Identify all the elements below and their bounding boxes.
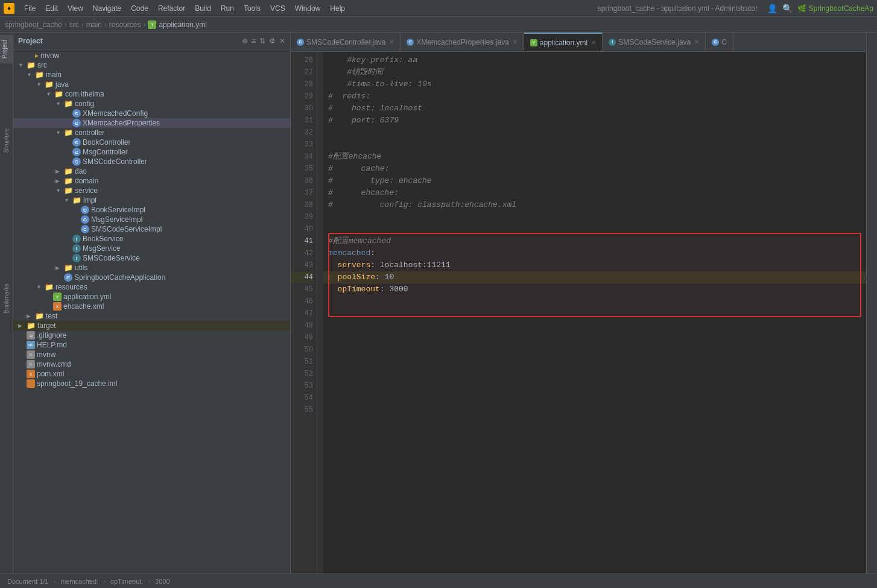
code-line-26: #key-prefix: aa <box>323 54 866 66</box>
java-icon-bookserviceimpl: C <box>81 206 89 214</box>
menubar-item-window[interactable]: Window <box>290 3 326 14</box>
tree-row-mvnwcmd[interactable]: ▷ mvnw.cmd <box>13 359 290 369</box>
tree-label-utils: utils <box>75 264 87 272</box>
tree-row-smscodeserviceimpl[interactable]: C SMSCodeServiceImpl <box>13 224 290 234</box>
tree-row-bookserviceimpl[interactable]: C BookServiceImpl <box>13 205 290 215</box>
menubar-item-code[interactable]: Code <box>126 3 153 14</box>
tree-label-springbootcacheapp: SpringbootCacheApplication <box>74 273 165 282</box>
search-icon[interactable]: 🔍 <box>782 4 793 13</box>
tab-close-appyml[interactable]: ✕ <box>591 39 596 46</box>
tree-row-dao[interactable]: ▶ 📁 dao <box>13 166 290 176</box>
tab-close-xmemcached[interactable]: ✕ <box>513 39 518 45</box>
menubar-item-help[interactable]: Help <box>325 3 350 14</box>
tree-row-pomxml[interactable]: X pom.xml <box>13 369 290 379</box>
tree-row-helpmd[interactable]: MD HELP.md <box>13 340 290 350</box>
tree-row-smscodeservice[interactable]: I SMSCodeService <box>13 253 290 263</box>
tab-applicationyml[interactable]: Y application.yml ✕ <box>524 33 603 51</box>
tree-row-domain[interactable]: ▶ 📁 domain <box>13 176 290 186</box>
menubar-item-tools[interactable]: Tools <box>239 3 265 14</box>
tree-row-xmemcachedproperties[interactable]: C XMemcachedProperties <box>13 118 290 128</box>
tree-row-service[interactable]: ▼ 📁 service <box>13 186 290 195</box>
tree-row-config[interactable]: ▼ 📁 config <box>13 99 290 109</box>
tree-label-comitheima: com.itheima <box>65 90 104 98</box>
tree-row-msgserviceimpl[interactable]: C MsgServiceImpl <box>13 215 290 224</box>
iface-icon-smscodeservice: I <box>72 254 81 262</box>
tree-row-bookservice[interactable]: I BookService <box>13 234 290 244</box>
tree-label-bookservice: BookService <box>83 235 123 243</box>
menubar-item-refactor[interactable]: Refactor <box>153 3 190 14</box>
java-icon-tab-extra: C <box>712 39 719 46</box>
line-numbers: 2627282930 3132333435 3637383940 4142434… <box>291 52 317 574</box>
tree-row-test[interactable]: ▶ 📁 test <box>13 311 290 321</box>
close-panel-icon[interactable]: ✕ <box>279 37 285 45</box>
tree-row-utils[interactable]: ▶ 📁 utils <box>13 263 290 273</box>
menubar-item-vcs[interactable]: VCS <box>265 3 290 14</box>
code-line-30: # host: localhost <box>323 103 866 115</box>
tree-row-applicationyml[interactable]: Y application.yml <box>13 292 290 302</box>
statusbar: Document 1/1 › memcached: › opTimeout: ›… <box>0 574 877 588</box>
menubar-title: springboot_cache - application.yml - Adm… <box>598 4 758 13</box>
menubar-item-view[interactable]: View <box>63 3 88 14</box>
tree-row-springbootcacheapplication[interactable]: C SpringbootCacheApplication <box>13 273 290 282</box>
tree-row-smscodecontroller[interactable]: C SMSCodeController <box>13 157 290 166</box>
tab-label-applicationyml: application.yml <box>540 39 587 47</box>
breadcrumb-item-4[interactable]: application.yml <box>159 21 206 29</box>
sort-icon[interactable]: ⇅ <box>259 37 265 45</box>
tree-row-main[interactable]: ▼ 📁 main <box>13 70 290 80</box>
settings-icon[interactable]: ⚙ <box>269 37 276 45</box>
tree-row-mvnw-top[interactable]: ▸ mvnw <box>13 51 290 60</box>
tree-row-src[interactable]: ▼ 📁 src <box>13 60 290 70</box>
tree-row-impl[interactable]: ▼ 📁 impl <box>13 195 290 205</box>
tab-close-smscode[interactable]: ✕ <box>389 39 394 45</box>
tree-label-bookcontroller: BookController <box>83 138 130 147</box>
tree-row-mvnw[interactable]: ▷ mvnw <box>13 350 290 359</box>
tree-row-bookcontroller[interactable]: C BookController <box>13 138 290 147</box>
code-line-52 <box>323 368 866 380</box>
structure-tab-vertical[interactable]: Structure <box>2 124 11 158</box>
breadcrumb-item-3[interactable]: resources <box>109 21 141 29</box>
tree-row-controller[interactable]: ▼ 📁 controller <box>13 128 290 138</box>
tree-row-java[interactable]: ▼ 📁 java <box>13 80 290 89</box>
right-side-panel <box>866 33 877 574</box>
tree-label-service: service <box>75 186 98 195</box>
tree-row-msgcontroller[interactable]: C MsgController <box>13 147 290 157</box>
tree-row-comitheima[interactable]: ▼ 📁 com.itheima <box>13 89 290 99</box>
tree-row-iml[interactable]: springboot_19_cache.iml <box>13 379 290 388</box>
menubar-item-navigate[interactable]: Navigate <box>88 3 126 14</box>
account-icon[interactable]: 👤 <box>767 4 777 13</box>
menubar-item-edit[interactable]: Edit <box>40 3 63 14</box>
folder-icon-src: 📁 <box>27 61 36 69</box>
tree-label-bookserviceimpl: BookServiceImpl <box>91 206 145 214</box>
menubar-item-run[interactable]: Run <box>216 3 239 14</box>
breadcrumb-item-0[interactable]: springboot_cache <box>5 21 62 29</box>
bookmarks-tab-vertical[interactable]: Bookmarks <box>2 279 11 318</box>
tab-label-xmemcachedprops: XMemcachedProperties.java <box>416 38 508 46</box>
tab-extra[interactable]: C C <box>706 33 733 51</box>
tree-row-target[interactable]: ▶ 📁 target <box>13 321 290 330</box>
code-line-31: # port: 6379 <box>323 115 866 127</box>
tab-smscodeservice[interactable]: I SMSCodeService.java ✕ <box>603 33 706 51</box>
breadcrumb-sep-2: › <box>104 21 107 29</box>
expand-icon[interactable]: ⊕ <box>242 37 248 45</box>
tab-xmemcachedproperties[interactable]: C XMemcachedProperties.java ✕ <box>401 33 524 51</box>
breadcrumb-item-2[interactable]: main <box>86 21 102 29</box>
collapse-icon[interactable]: ≡ <box>252 37 256 45</box>
breadcrumb-item-1[interactable]: src <box>69 21 79 29</box>
tab-close-smscodeservice[interactable]: ✕ <box>694 39 699 45</box>
tree-label-smscodeservice: SMSCodeService <box>83 254 140 262</box>
tree-row-resources[interactable]: ▼ 📁 resources <box>13 282 290 292</box>
app-logo: ♦ <box>4 3 14 14</box>
project-tab-vertical[interactable]: Project <box>0 35 13 63</box>
tab-label-smscodeservice: SMSCodeService.java <box>618 38 691 46</box>
tree-row-ehcachexml[interactable]: X ehcache.xml <box>13 302 290 311</box>
tree-row-msgservice[interactable]: I MsgService <box>13 244 290 253</box>
yaml-icon-tab-app: Y <box>530 39 537 46</box>
menubar-item-file[interactable]: File <box>19 3 40 14</box>
java-icon-tab-xmemcached: C <box>407 39 414 46</box>
tree-row-gitignore[interactable]: .g .gitignore <box>13 330 290 340</box>
tab-smscodecontroller[interactable]: C SMSCodeController.java ✕ <box>291 33 401 51</box>
tree-row-xmemcachedconfig[interactable]: C XMemcachedConfig <box>13 109 290 118</box>
arrow-domain: ▶ <box>55 178 64 184</box>
menubar-item-build[interactable]: Build <box>190 3 216 14</box>
code-area[interactable]: #key-prefix: aa #销毁时间 #time-to-live: 10s… <box>323 52 866 574</box>
